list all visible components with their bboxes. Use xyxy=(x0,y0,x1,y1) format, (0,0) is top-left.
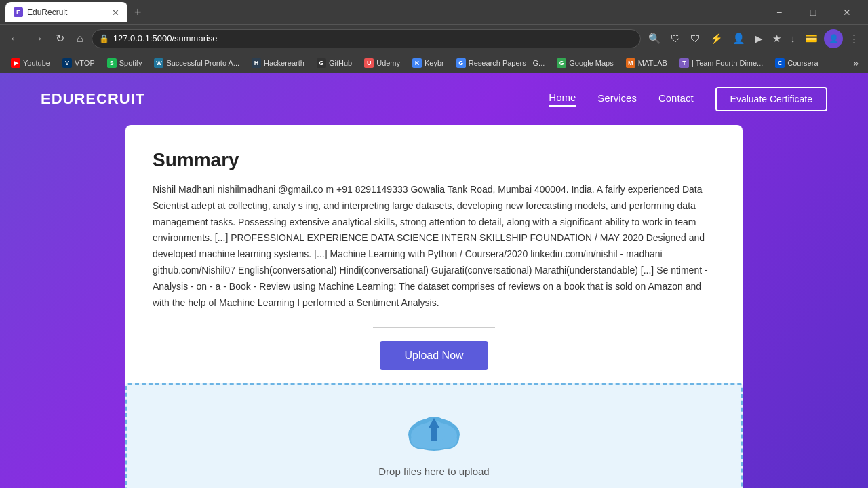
youtube-favicon: ▶ xyxy=(11,58,20,68)
accounts-button[interactable]: 👤 xyxy=(729,29,749,48)
main-card: Summary Nishil Madhani nishilmadhani @gm… xyxy=(125,125,743,488)
tab-title: EduRecruit xyxy=(27,7,67,17)
bookmark-research[interactable]: G Research Papers - G... xyxy=(451,56,551,70)
bookmark-hackerearth-label: Hackerearth xyxy=(264,59,304,67)
address-text: 127.0.0.1:5000/summarise xyxy=(113,33,218,43)
bookmark-maps[interactable]: G Google Maps xyxy=(551,56,618,70)
evaluate-certificate-button[interactable]: Evaluate Certificate xyxy=(715,87,827,111)
logo: EDURECRUIT xyxy=(41,90,145,108)
reload-button[interactable]: ↻ xyxy=(52,29,68,48)
maps-favicon: G xyxy=(557,58,566,68)
bookmark-vtop-label: VTOP xyxy=(75,59,95,67)
tab-favicon: E xyxy=(14,7,23,17)
bookmark-team-label: | Team Fourth Dime... xyxy=(692,59,763,67)
coursera-favicon: C xyxy=(775,58,785,68)
research-favicon: G xyxy=(456,58,466,68)
bookmark-pronto-label: Successful Pronto A... xyxy=(166,59,239,67)
back-button[interactable]: ← xyxy=(5,30,24,48)
nav-home[interactable]: Home xyxy=(549,92,576,107)
bookmark-spotify-label: Spotify xyxy=(119,59,142,67)
zoom-button[interactable]: 🔍 xyxy=(645,29,665,48)
nav-links: Home Services Contact Evaluate Certifica… xyxy=(549,87,827,111)
shield-button[interactable]: 🛡 xyxy=(687,29,704,48)
home-button[interactable]: ⌂ xyxy=(73,30,87,48)
bookmark-coursera-label: Coursera xyxy=(787,59,818,67)
github-favicon: G xyxy=(317,58,326,68)
vtop-favicon: V xyxy=(62,58,72,68)
matlab-favicon: M xyxy=(626,58,635,68)
bookmark-matlab[interactable]: M MATLAB xyxy=(620,56,673,70)
window-controls: − □ ✕ xyxy=(764,2,863,22)
bookmark-vtop[interactable]: V VTOP xyxy=(57,56,100,70)
udemy-favicon: U xyxy=(364,58,374,68)
upload-cloud-icon xyxy=(400,406,468,460)
bookmark-matlab-label: MATLAB xyxy=(638,59,667,67)
team-favicon: T xyxy=(679,58,689,68)
spotify-favicon: S xyxy=(107,58,117,68)
star-button[interactable]: ★ xyxy=(769,29,785,48)
minimize-button[interactable]: − xyxy=(764,2,795,22)
profile-button[interactable]: 👤 xyxy=(824,29,843,48)
summary-title: Summary xyxy=(153,149,715,171)
browser-toolbar: ← → ↻ ⌂ 🔒 127.0.0.1:5000/summarise 🔍 🛡 🛡… xyxy=(0,24,868,52)
close-button[interactable]: ✕ xyxy=(831,2,863,22)
maximize-button[interactable]: □ xyxy=(797,2,829,22)
bookmark-keybr[interactable]: K Keybr xyxy=(407,56,450,70)
nav-services[interactable]: Services xyxy=(597,92,637,106)
new-tab-button[interactable]: + xyxy=(130,5,146,20)
file-dropzone[interactable]: Drop files here to upload xyxy=(125,383,743,488)
bookmark-pronto[interactable]: W Successful Pronto A... xyxy=(149,56,245,70)
bookmark-github[interactable]: G GitHub xyxy=(311,56,357,70)
bookmark-keybr-label: Keybr xyxy=(425,59,444,67)
page-content: EDURECRUIT Home Services Contact Evaluat… xyxy=(0,73,868,488)
summary-text: Nishil Madhani nishilmadhani @gmail.co m… xyxy=(153,182,715,311)
bookmark-udemy-label: Udemy xyxy=(376,59,400,67)
nav-contact[interactable]: Contact xyxy=(658,92,694,106)
lock-icon: 🔒 xyxy=(99,34,109,43)
bookmark-maps-label: Google Maps xyxy=(569,59,613,67)
wallet-button[interactable]: 💳 xyxy=(802,29,821,48)
browser-tab[interactable]: E EduRecruit ✕ xyxy=(5,2,127,22)
bookmark-research-label: Research Papers - G... xyxy=(469,59,545,67)
bookmark-coursera[interactable]: C Coursera xyxy=(770,56,823,70)
bookmark-github-label: GitHub xyxy=(329,59,352,67)
upload-now-button[interactable]: Upload Now xyxy=(380,341,488,370)
security-button[interactable]: 🛡 xyxy=(667,29,684,48)
menu-button[interactable]: ⋮ xyxy=(846,29,863,48)
bookmark-youtube-label: Youtube xyxy=(23,59,50,67)
tab-close-btn[interactable]: ✕ xyxy=(112,7,119,18)
media-button[interactable]: ▶ xyxy=(751,29,766,48)
navbar: EDURECRUIT Home Services Contact Evaluat… xyxy=(0,73,868,125)
more-bookmarks-btn[interactable]: » xyxy=(849,56,863,71)
drop-files-text: Drop files here to upload xyxy=(378,466,489,477)
bookmark-udemy[interactable]: U Udemy xyxy=(359,56,406,70)
pronto-favicon: W xyxy=(154,58,163,68)
downloads-button[interactable]: ↓ xyxy=(787,29,800,48)
address-bar[interactable]: 🔒 127.0.0.1:5000/summarise xyxy=(92,29,641,48)
bookmarks-bar: ▶ Youtube V VTOP S Spotify W Successful … xyxy=(0,52,868,73)
bookmark-team[interactable]: T | Team Fourth Dime... xyxy=(674,56,768,70)
keybr-favicon: K xyxy=(412,58,422,68)
bookmark-youtube[interactable]: ▶ Youtube xyxy=(5,56,56,70)
hackerearth-favicon: H xyxy=(252,58,261,68)
divider xyxy=(373,327,495,328)
extensions-button[interactable]: ⚡ xyxy=(707,29,726,48)
bookmark-hackerearth[interactable]: H Hackerearth xyxy=(246,56,310,70)
toolbar-icons: 🔍 🛡 🛡 ⚡ 👤 ▶ ★ ↓ 💳 👤 ⋮ xyxy=(645,29,863,48)
bookmark-spotify[interactable]: S Spotify xyxy=(102,56,148,70)
forward-button[interactable]: → xyxy=(28,30,47,48)
